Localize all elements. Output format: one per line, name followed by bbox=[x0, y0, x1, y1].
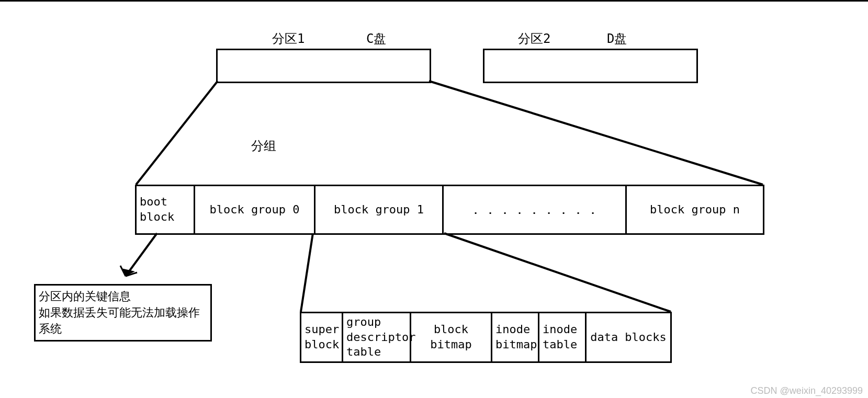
boot-note-line2: 如果数据丢失可能无法加载操作 bbox=[39, 306, 200, 319]
partition2-label: 分区2 bbox=[518, 30, 550, 47]
boot-note-line3: 系统 bbox=[39, 322, 62, 335]
svg-line-0 bbox=[136, 81, 218, 185]
svg-marker-3 bbox=[121, 268, 135, 276]
inode-bitmap-cell: inode bitmap bbox=[492, 313, 539, 361]
group-descriptor-cell: group descriptor table bbox=[343, 313, 411, 361]
group-label: 分组 bbox=[251, 138, 276, 154]
super-block-cell: super block bbox=[301, 313, 343, 361]
boot-note-box: 分区内的关键信息 如果数据丢失可能无法加载操作 系统 bbox=[34, 284, 212, 342]
watermark: CSDN @weixin_40293999 bbox=[751, 385, 863, 396]
diagram-canvas: 分区1 C盘 分区2 D盘 分组 boot block block group … bbox=[0, 0, 868, 398]
partition2-disk: D盘 bbox=[607, 30, 627, 47]
partition1-disk: C盘 bbox=[366, 30, 386, 47]
svg-line-4 bbox=[120, 266, 126, 276]
block-group-0-cell: block group 0 bbox=[195, 186, 315, 233]
inode-table-cell: inode table bbox=[539, 313, 587, 361]
svg-line-6 bbox=[301, 233, 313, 312]
svg-line-7 bbox=[444, 233, 671, 312]
group-detail-row: super block group descriptor table block… bbox=[300, 312, 672, 363]
partition1-label: 分区1 bbox=[272, 30, 305, 47]
partition1-box bbox=[216, 49, 431, 83]
block-group-dots-cell: ．．．．．．．．． bbox=[444, 186, 627, 233]
svg-line-1 bbox=[429, 81, 763, 185]
svg-line-2 bbox=[126, 233, 157, 276]
data-blocks-cell: data blocks bbox=[587, 313, 670, 361]
block-bitmap-cell: block bitmap bbox=[411, 313, 492, 361]
block-group-n-cell: block group n bbox=[627, 186, 763, 233]
block-groups-row: boot block block group 0 block group 1 ．… bbox=[135, 185, 764, 235]
block-group-1-cell: block group 1 bbox=[315, 186, 444, 233]
partition2-box bbox=[483, 49, 698, 83]
boot-block-cell: boot block bbox=[137, 186, 195, 233]
boot-note-line1: 分区内的关键信息 bbox=[39, 290, 131, 303]
svg-line-5 bbox=[126, 272, 137, 276]
